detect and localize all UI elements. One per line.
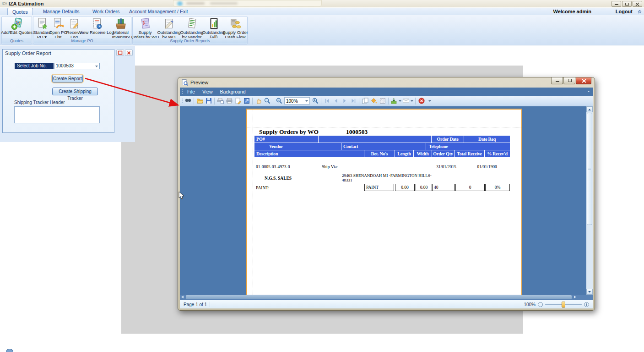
export-icon bbox=[390, 97, 398, 104]
add-edit-quotes-button[interactable]: Add/Edit Quotes bbox=[2, 17, 32, 39]
receive-log-button[interactable]: Receive Log bbox=[66, 17, 82, 39]
shipping-tracker-header-input[interactable] bbox=[14, 106, 100, 123]
outstanding-all-button[interactable]: Outstanding (All) bbox=[203, 17, 224, 39]
menubar-overflow-icon[interactable] bbox=[587, 91, 590, 92]
last-page-button[interactable] bbox=[349, 97, 357, 105]
create-report-button[interactable]: Create Report bbox=[52, 75, 83, 82]
tab-quotes[interactable]: Quotes bbox=[7, 8, 33, 15]
vendor-address-line1: 29463 SHENANDOAH MI -FARMINGTON HILLS- bbox=[342, 173, 432, 178]
preview-minimize-button[interactable] bbox=[551, 77, 563, 84]
find-icon bbox=[184, 97, 192, 104]
open-folder-icon bbox=[196, 97, 204, 104]
email-button[interactable] bbox=[402, 97, 414, 105]
toolbar-overflow-icon[interactable] bbox=[428, 100, 431, 102]
pct-received-box: 0% bbox=[485, 184, 510, 191]
watermark-button[interactable] bbox=[378, 97, 387, 105]
preview-window-icon bbox=[181, 79, 189, 86]
ribbon-group-supply-order-reports: Supply Orders by WO Outstanding by WO bbox=[132, 16, 248, 44]
next-page-button[interactable] bbox=[340, 97, 349, 105]
ribbon-group-manage-po: Standard PO ▾ Open PO List bbox=[33, 16, 131, 44]
previous-page-button[interactable] bbox=[331, 97, 340, 105]
tab-manage-defaults[interactable]: Manage Defaults bbox=[38, 8, 84, 15]
find-button[interactable] bbox=[184, 97, 192, 105]
create-shipping-tracker-button[interactable]: Create Shipping Tracker bbox=[52, 88, 98, 95]
close-preview-button[interactable] bbox=[417, 97, 426, 105]
scroll-left-icon[interactable] bbox=[181, 296, 184, 298]
zoom-slider-group: 100% bbox=[524, 300, 589, 309]
material-inventory-button[interactable]: Material Inventory bbox=[111, 17, 131, 39]
panel-float-button[interactable] bbox=[116, 50, 124, 56]
preview-menubar: File View Background bbox=[180, 88, 593, 96]
close-button[interactable] bbox=[633, 1, 642, 7]
preview-close-button[interactable] bbox=[576, 77, 591, 84]
order-date-value: 31/01/2015 bbox=[428, 165, 465, 169]
email-icon bbox=[402, 97, 410, 104]
zoom-decrease-button[interactable] bbox=[538, 302, 543, 307]
scale-button[interactable] bbox=[242, 97, 251, 105]
export-button[interactable] bbox=[390, 97, 402, 105]
description-value: PAINT: bbox=[256, 186, 269, 190]
job-number-combobox[interactable]: 1000503 bbox=[54, 63, 100, 69]
scroll-down-button[interactable] bbox=[586, 289, 593, 295]
panel-close-icon bbox=[127, 51, 131, 55]
view-receive-log-button[interactable]: View Receive Log bbox=[82, 17, 111, 39]
collapse-ribbon-icon[interactable] bbox=[637, 9, 642, 14]
vertical-scrollbar[interactable] bbox=[586, 106, 593, 295]
open-button[interactable] bbox=[195, 97, 204, 105]
panel-close-button[interactable] bbox=[125, 50, 133, 56]
report-header-row-1: PO# Order Date Date Req bbox=[254, 136, 510, 143]
menu-view[interactable]: View bbox=[199, 89, 216, 94]
float-window-icon bbox=[118, 50, 123, 55]
print-dialog-button[interactable] bbox=[216, 97, 225, 105]
bottom-left-widget bbox=[6, 349, 13, 352]
total-receive-box: 0 bbox=[455, 184, 485, 191]
outstanding-by-vendor-button[interactable]: Outstanding by Vendor bbox=[180, 17, 203, 39]
menu-background[interactable]: Background bbox=[216, 89, 249, 94]
zoom-slider-thumb[interactable] bbox=[562, 302, 565, 308]
horizontal-scrollbar[interactable] bbox=[180, 295, 593, 300]
window-title: IZA Estimation bbox=[9, 1, 44, 6]
scroll-right-icon[interactable] bbox=[574, 296, 576, 298]
next-page-icon bbox=[341, 98, 348, 104]
standard-po-button[interactable]: Standard PO ▾ bbox=[33, 17, 50, 39]
zoom-tool-button[interactable] bbox=[263, 97, 271, 105]
logout-link[interactable]: Logout bbox=[616, 9, 633, 14]
supply-order-cash-flow-icon bbox=[229, 17, 242, 30]
zoom-out-button[interactable] bbox=[275, 97, 283, 105]
zoom-increase-button[interactable] bbox=[584, 302, 589, 307]
zoom-in-button[interactable] bbox=[311, 97, 319, 105]
outstanding-by-vendor-icon bbox=[185, 17, 198, 30]
supply-order-report-panel: Supply Order Report Select Job No. 10005… bbox=[2, 49, 114, 133]
supply-order-cash-flow-button[interactable]: Supply Order Cash Flow bbox=[224, 17, 246, 39]
hand-tool-button[interactable] bbox=[254, 97, 263, 105]
zoom-level-combobox[interactable]: 100% bbox=[284, 97, 310, 104]
view-receive-log-icon bbox=[90, 17, 103, 30]
page-setup-button[interactable] bbox=[233, 97, 242, 105]
print-button[interactable] bbox=[225, 97, 233, 105]
po-number: 01-0005-03-4973-0 bbox=[256, 165, 290, 169]
open-po-list-button[interactable]: Open PO List bbox=[50, 17, 66, 39]
scale-icon bbox=[243, 97, 250, 104]
preview-toolbar: 100% bbox=[180, 96, 593, 106]
outstanding-by-wo-button[interactable]: Outstanding by WO bbox=[157, 17, 180, 39]
page-color-button[interactable] bbox=[369, 97, 378, 105]
first-page-button[interactable] bbox=[323, 97, 331, 105]
preview-window: Preview File View bbox=[178, 77, 595, 311]
menu-file[interactable]: File bbox=[184, 89, 199, 94]
preview-maximize-button[interactable] bbox=[563, 77, 575, 84]
open-po-list-icon bbox=[52, 17, 65, 30]
save-button[interactable] bbox=[204, 97, 213, 105]
scroll-up-button[interactable] bbox=[586, 106, 593, 112]
preview-close-icon bbox=[582, 79, 586, 83]
vertical-scroll-thumb[interactable] bbox=[587, 113, 592, 225]
zoom-in-icon bbox=[312, 97, 319, 104]
tab-work-orders[interactable]: Work Orders bbox=[88, 8, 124, 15]
zoom-slider-track[interactable] bbox=[545, 304, 582, 305]
maximize-button[interactable] bbox=[622, 1, 632, 7]
horizontal-scroll-thumb[interactable] bbox=[186, 295, 572, 299]
tab-account-management-exit[interactable]: Account Management / Exit bbox=[124, 8, 192, 15]
supply-orders-by-wo-button[interactable]: Supply Orders by WO bbox=[133, 17, 157, 39]
multiple-pages-button[interactable] bbox=[361, 97, 369, 105]
group-caption-supply-order-reports: Supply Order Reports bbox=[133, 38, 247, 44]
minimize-button[interactable] bbox=[612, 1, 621, 7]
